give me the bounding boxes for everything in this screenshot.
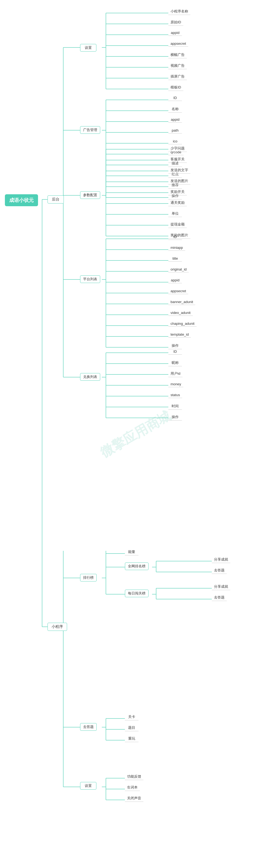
node-settings: 设置 (80, 44, 96, 52)
leaf-plat-id: ID (168, 234, 182, 240)
ranking-label: 排行榜 (80, 574, 97, 582)
leaf-plat-chaping: chaping_adunit (168, 321, 197, 327)
root-label: 成语小状元 (5, 194, 38, 206)
leaf-plat-title: title (168, 256, 182, 261)
node-params: 参数配置 (80, 191, 100, 199)
node-admanage: 广告管理 (80, 126, 100, 134)
node-answer: 去答题 (80, 723, 97, 731)
node-miniprogram: 小程序 (48, 623, 67, 631)
answer-label: 去答题 (80, 723, 97, 731)
leaf-param-unit: 单位 (168, 210, 182, 217)
leaf-plat-template: template_id (168, 332, 191, 338)
leaf-ex-action: 操作 (168, 414, 182, 421)
leaf-ad-ico: ico (168, 138, 182, 144)
leaf-ex-userid: 用户id (168, 370, 182, 377)
leaf-plat-video: video_adunit (168, 310, 193, 316)
leaf-interstitial-ad: 插屏广告 (168, 73, 187, 80)
leaf-param-reward-switch: 奖励开关 (168, 189, 187, 195)
node-backend: 后台 (48, 195, 64, 204)
leaf-global-answer: 去答题 (212, 567, 227, 574)
global-ranking-label: 全网排名榜 (125, 562, 149, 570)
leaf-plat-banner: banner_adunit (168, 299, 195, 305)
leaf-ad-path: path (168, 127, 182, 133)
leaf-plat-miniapp: miniapp (168, 245, 185, 251)
leaf-original-id: 原始ID (168, 19, 183, 26)
node-ranking: 排行榜 (80, 574, 97, 582)
leaf-param-withdraw: 提现金额 (168, 221, 187, 228)
leaf-param-word: 少字问题 (168, 145, 187, 152)
leaf-plat-appid: appid (168, 277, 182, 283)
params-label: 参数配置 (80, 191, 100, 199)
node-settings-mini: 设置 (80, 782, 96, 789)
leaf-app-name: 小程序名称 (168, 8, 190, 15)
settings-mini-label: 设置 (80, 782, 96, 789)
leaf-ad-id: ID (168, 95, 182, 101)
leaf-set-vocab: 生词本 (125, 784, 140, 791)
leaf-appid-settings: appid (168, 30, 182, 36)
leaf-ex-status: status (168, 392, 182, 398)
leaf-param-sendimg: 发送的图片 (168, 178, 190, 185)
leaf-ans-level: 关卡 (125, 714, 139, 720)
leaf-ex-id: ID (168, 349, 182, 354)
backend-label: 后台 (48, 195, 64, 204)
leaf-daily-answer: 去答题 (212, 594, 227, 601)
node-platform: 平台列表 (80, 275, 100, 283)
leaf-plat-appsecret: appsecret (168, 288, 188, 294)
leaf-ex-money: money (168, 381, 183, 387)
leaf-param-clear-reward: 通关奖励 (168, 199, 187, 206)
leaf-set-feedback: 功能反馈 (125, 773, 143, 780)
exchange-label: 兑换列表 (80, 373, 100, 381)
leaf-rank-energy: 能量 (125, 549, 139, 555)
leaf-ans-question: 题目 (125, 724, 139, 731)
leaf-plat-original: original_id (168, 267, 189, 272)
root-node: 成语小状元 (5, 194, 38, 206)
node-daily-ranking: 每日闯关榜 (125, 590, 149, 597)
watermark: 微擎应用商城 (97, 407, 174, 461)
admanage-label: 广告管理 (80, 126, 100, 134)
leaf-banner-ad: 横幅广告 (168, 52, 187, 58)
leaf-appsecret-settings: appsecret (168, 41, 188, 47)
leaf-daily-share: 分享成就 (212, 583, 230, 590)
leaf-video-ad: 视频广告 (168, 62, 187, 69)
leaf-ans-replay: 重玩 (125, 735, 139, 742)
leaf-ad-appid: appid (168, 117, 182, 123)
leaf-template-id: 模板ID (168, 84, 183, 91)
leaf-ad-name: 名称 (168, 106, 182, 113)
leaf-ex-time: 时间 (168, 403, 182, 410)
daily-ranking-label: 每日闯关榜 (125, 590, 149, 597)
miniprogram-label: 小程序 (48, 623, 67, 631)
leaf-global-share: 分享成就 (212, 556, 230, 563)
node-global-ranking: 全网排名榜 (125, 562, 149, 570)
leaf-param-sendtext: 发送的文字 (168, 167, 190, 174)
settings-label: 设置 (80, 44, 96, 52)
platform-label: 平台列表 (80, 275, 100, 283)
leaf-plat-action: 操作 (168, 342, 182, 349)
leaf-set-sound: 关闭声音 (125, 795, 143, 802)
leaf-param-cs: 客服开关 (168, 156, 187, 163)
mindmap: 微擎应用商城 (0, 0, 271, 868)
node-exchange: 兑换列表 (80, 373, 100, 381)
leaf-ex-nickname: 昵称 (168, 360, 182, 366)
